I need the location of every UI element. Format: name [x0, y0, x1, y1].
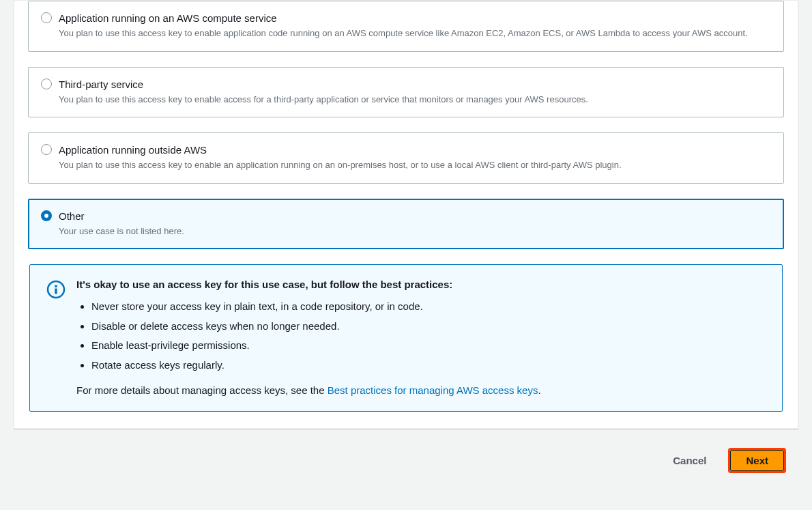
- radio-icon: [41, 144, 52, 155]
- radio-option-outside-aws[interactable]: Application running outside AWS You plan…: [28, 132, 784, 184]
- best-practices-link[interactable]: Best practices for managing AWS access k…: [328, 384, 538, 396]
- svg-rect-2: [55, 289, 57, 294]
- info-icon: [46, 280, 66, 299]
- radio-icon: [41, 79, 52, 89]
- next-button[interactable]: Next: [730, 450, 784, 471]
- info-footer-prefix: For more details about managing access k…: [76, 384, 328, 396]
- radio-desc: Your use case is not listed here.: [59, 225, 771, 238]
- list-item: Never store your access key in plain tex…: [91, 297, 766, 317]
- access-key-usecase-panel: Application running on an AWS compute se…: [14, 0, 798, 429]
- footer-actions: Cancel Next: [14, 429, 798, 480]
- radio-icon: [41, 210, 52, 221]
- radio-icon: [41, 12, 52, 23]
- cancel-button[interactable]: Cancel: [665, 449, 714, 472]
- svg-rect-1: [55, 285, 57, 287]
- info-best-practices-list: Never store your access key in plain tex…: [76, 297, 766, 375]
- list-item: Enable least-privilege permissions.: [91, 336, 766, 356]
- radio-title: Application running on an AWS compute se…: [59, 11, 771, 25]
- radio-desc: You plan to use this access key to enabl…: [59, 93, 771, 107]
- info-footer: For more details about managing access k…: [76, 384, 766, 396]
- info-title: It's okay to use an access key for this …: [76, 279, 766, 290]
- radio-desc: You plan to use this access key to enabl…: [59, 158, 771, 172]
- next-button-highlight: Next: [728, 448, 786, 473]
- list-item: Rotate access keys regularly.: [91, 356, 766, 376]
- info-footer-suffix: .: [538, 384, 540, 396]
- radio-option-third-party[interactable]: Third-party service You plan to use this…: [28, 67, 784, 118]
- radio-desc: You plan to use this access key to enabl…: [59, 27, 771, 40]
- radio-option-other[interactable]: Other Your use case is not listed here.: [28, 199, 784, 250]
- radio-option-aws-compute[interactable]: Application running on an AWS compute se…: [28, 1, 784, 52]
- info-alert: It's okay to use an access key for this …: [29, 264, 783, 412]
- list-item: Disable or delete access keys when no lo…: [91, 317, 766, 337]
- radio-title: Third-party service: [59, 77, 771, 91]
- radio-title: Application running outside AWS: [59, 143, 771, 157]
- radio-title: Other: [59, 209, 771, 223]
